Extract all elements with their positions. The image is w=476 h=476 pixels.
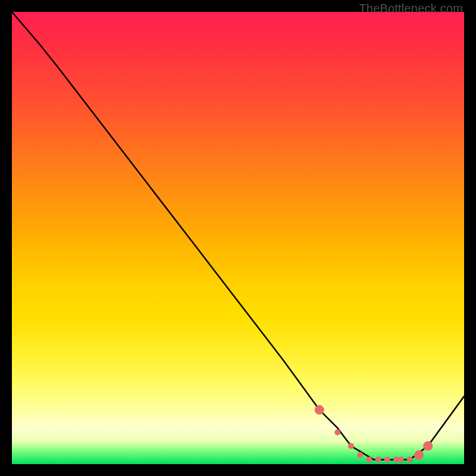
marker-dot bbox=[398, 456, 404, 462]
marker-dot bbox=[366, 456, 372, 462]
marker-dot bbox=[423, 441, 433, 451]
optimal-zone-markers bbox=[315, 405, 433, 463]
marker-dot bbox=[414, 450, 424, 460]
curve-layer bbox=[12, 12, 464, 464]
watermark-text: TheBottleneck.com bbox=[359, 2, 463, 15]
chart-container: TheBottleneck.com bbox=[0, 0, 476, 476]
marker-dot bbox=[357, 452, 363, 458]
marker-dot bbox=[348, 443, 354, 449]
bottleneck-curve bbox=[12, 12, 464, 459]
marker-dot bbox=[407, 456, 413, 462]
marker-dot bbox=[315, 405, 324, 415]
marker-dot bbox=[334, 430, 340, 436]
marker-dot bbox=[384, 456, 390, 462]
plot-area bbox=[12, 12, 464, 464]
marker-dot bbox=[375, 456, 381, 462]
